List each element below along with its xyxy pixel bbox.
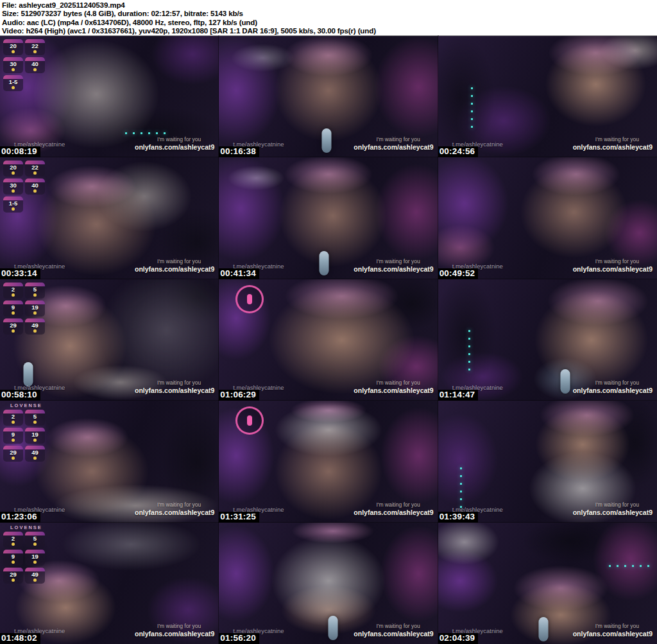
video-thumbnail: t.me/ashleycatnine I'm waiting for you o…	[438, 523, 657, 644]
tip-badge: 1-5	[3, 196, 23, 213]
token-icon	[12, 543, 15, 546]
file-info-line-file: File: ashleycat9_202511240539.mp4	[2, 1, 657, 9]
lovense-logo: LOVENSE	[10, 525, 42, 530]
microphone-shape	[320, 251, 329, 275]
tip-menu-overlay: 259192949	[3, 410, 45, 462]
timestamp-label: 01:56:20	[219, 633, 259, 644]
toy-icon	[247, 415, 252, 426]
video-thumbnail: t.me/ashleycatnine I'm waiting for you o…	[438, 401, 657, 522]
token-icon	[33, 171, 37, 175]
onlyfans-watermark: onlyfans.com/ashleycat9	[135, 509, 214, 516]
onlyfans-watermark: onlyfans.com/ashleycat9	[354, 509, 433, 516]
tip-badge-amount: 30	[10, 61, 17, 67]
token-icon	[12, 561, 15, 564]
onlyfans-watermark: onlyfans.com/ashleycat9	[573, 387, 653, 394]
file-info-line-audio: Audio: aac (LC) (mp4a / 0x6134706D), 480…	[2, 18, 657, 26]
tip-badge-amount: 5	[33, 286, 37, 293]
tip-badge-amount: 9	[12, 553, 15, 560]
tip-badge-amount: 40	[31, 61, 38, 67]
video-thumbnail: t.me/ashleycatnine I'm waiting for you o…	[219, 401, 438, 522]
tip-menu-overlay: 259192949	[3, 532, 45, 584]
tip-badge: 22	[25, 39, 45, 55]
timestamp-label: 00:41:34	[219, 268, 259, 279]
file-info-header: File: ashleycat9_202511240539.mp4 Size: …	[0, 0, 657, 36]
tip-badge-amount: 20	[10, 43, 17, 49]
tip-badge-amount: 49	[31, 571, 38, 578]
timestamp-label: 01:48:02	[0, 633, 40, 644]
video-thumbnail: t.me/ashleycatnine I'm waiting for you o…	[219, 523, 438, 644]
tip-badge-amount: 19	[31, 553, 38, 560]
video-thumbnail: t.me/ashleycatnine I'm waiting for you o…	[219, 157, 438, 279]
token-icon	[33, 421, 37, 424]
timestamp-label: 00:16:38	[219, 146, 259, 157]
timestamp-label: 01:14:47	[438, 390, 479, 401]
tip-badge: 20	[3, 39, 23, 55]
token-icon	[33, 50, 37, 53]
tip-badge-amount: 2	[12, 286, 15, 293]
waiting-watermark-text: I'm waiting for you	[595, 379, 639, 386]
video-thumbnail: t.me/ashleycatnine I'm waiting for you o…	[0, 36, 219, 157]
waiting-watermark-text: I'm waiting for you	[157, 623, 201, 629]
microphone-shape	[328, 616, 337, 640]
tip-badge-amount: 20	[10, 164, 17, 171]
waiting-watermark-text: I'm waiting for you	[595, 501, 639, 508]
waiting-watermark-text: I'm waiting for you	[376, 501, 420, 508]
tip-badge: 49	[25, 446, 45, 462]
onlyfans-watermark: onlyfans.com/ashleycat9	[135, 143, 214, 151]
token-icon	[33, 293, 37, 297]
waiting-watermark-text: I'm waiting for you	[157, 379, 201, 386]
tip-badge: 30	[3, 178, 23, 195]
tip-badge: 40	[25, 57, 45, 73]
token-icon	[12, 189, 15, 193]
onlyfans-watermark: onlyfans.com/ashleycat9	[354, 265, 433, 273]
video-thumbnail: t.me/ashleycatnine I'm waiting for you o…	[438, 157, 657, 279]
lovense-toy-ring-icon	[235, 285, 264, 313]
timestamp-label: 02:04:39	[438, 633, 479, 644]
token-icon	[12, 86, 15, 89]
led-strip	[125, 132, 170, 134]
onlyfans-watermark: onlyfans.com/ashleycat9	[354, 143, 433, 151]
timestamp-label: 00:58:10	[0, 390, 40, 401]
video-thumbnail: t.me/ashleycatnine I'm waiting for you o…	[219, 279, 438, 401]
waiting-watermark-text: I'm waiting for you	[157, 501, 201, 508]
tip-badge: 1-5	[3, 75, 23, 91]
token-icon	[12, 439, 15, 442]
file-info-line-video: Video: h264 (High) (avc1 / 0x31637661), …	[2, 26, 657, 35]
timestamp-label: 01:31:25	[219, 512, 259, 523]
waiting-watermark-text: I'm waiting for you	[157, 136, 201, 143]
onlyfans-watermark: onlyfans.com/ashleycat9	[573, 143, 653, 151]
tip-badge: 22	[25, 161, 45, 177]
video-thumbnail: t.me/ashleycatnine I'm waiting for you o…	[0, 279, 219, 401]
video-thumbnail: t.me/ashleycatnine I'm waiting for you o…	[438, 36, 657, 157]
timestamp-label: 00:49:52	[438, 268, 479, 279]
token-icon	[12, 50, 15, 53]
token-icon	[33, 189, 37, 193]
led-strip	[609, 565, 654, 567]
tip-badge-amount: 22	[31, 164, 38, 171]
timestamp-label: 01:06:29	[219, 390, 259, 401]
timestamp-label: 01:23:06	[0, 512, 40, 523]
video-thumbnail: t.me/ashleycatnine I'm waiting for you o…	[0, 523, 219, 644]
token-icon	[12, 329, 15, 333]
tip-badge-amount: 5	[33, 535, 37, 542]
tip-badge-amount: 22	[31, 43, 38, 49]
token-icon	[12, 68, 15, 71]
tip-menu-overlay: 202230401-5	[3, 161, 45, 213]
tip-badge: 49	[25, 568, 45, 584]
token-icon	[33, 579, 37, 582]
onlyfans-watermark: onlyfans.com/ashleycat9	[573, 265, 653, 273]
token-icon	[33, 561, 37, 564]
tip-badge: 29	[3, 318, 23, 335]
microphone-shape	[24, 362, 33, 387]
waiting-watermark-text: I'm waiting for you	[595, 136, 639, 143]
tip-badge-amount: 9	[12, 304, 15, 311]
tip-badge: 29	[3, 568, 23, 584]
tip-badge-amount: 49	[31, 322, 38, 329]
thumbnail-grid: t.me/ashleycatnine I'm waiting for you o…	[0, 36, 657, 644]
token-icon	[33, 457, 37, 460]
waiting-watermark-text: I'm waiting for you	[595, 258, 639, 265]
token-icon	[12, 421, 15, 424]
tip-badge: 30	[3, 57, 23, 73]
tip-badge: 5	[25, 532, 45, 548]
file-info-line-size: Size: 5129073237 bytes (4.8 GiB), durati…	[2, 9, 657, 17]
